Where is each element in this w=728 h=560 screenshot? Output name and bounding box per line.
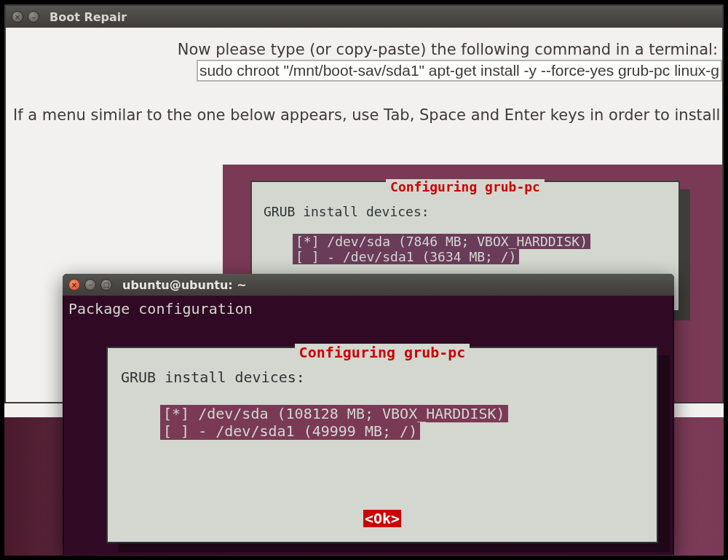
terminal-window: × – □ ubuntu@ubuntu: ~ Package configura… (63, 274, 674, 555)
boot-repair-titlebar[interactable]: × – Boot Repair (6, 6, 722, 28)
terminal-body[interactable]: Package configuration Configuring grub-p… (63, 296, 674, 555)
illustration-devices: [*] /dev/sda (7846 MB; VBOX_HARDDISK) [ … (293, 234, 667, 264)
boot-repair-command-row: sudo chroot "/mnt/boot-sav/sda1" apt-get… (6, 60, 722, 82)
terminal-dialog-devices[interactable]: [*] /dev/sda (108128 MB; VBOX_HARDDISK) … (160, 405, 644, 440)
boot-repair-tab-hint: If a menu similar to the one below appea… (6, 106, 722, 124)
minimize-icon[interactable]: – (84, 279, 96, 291)
terminal-dialog-title-wrap: Configuring grub-pc (108, 344, 657, 361)
illustration-title-wrap: Configuring grub-pc (252, 179, 678, 194)
close-icon[interactable]: × (12, 11, 23, 23)
terminal-ok-wrap: <Ok> (108, 510, 657, 527)
terminal-titlebar[interactable]: × – □ ubuntu@ubuntu: ~ (63, 274, 674, 296)
illustration-device-sda: [*] /dev/sda (7846 MB; VBOX_HARDDISK) (293, 234, 590, 249)
ok-button[interactable]: <Ok> (363, 510, 401, 527)
terminal-dialog-title: Configuring grub-pc (295, 344, 470, 361)
terminal-package-config-label: Package configuration (64, 296, 673, 318)
illustration-title: Configuring grub-pc (386, 179, 545, 194)
boot-repair-instruction: Now please type (or copy-paste) the foll… (6, 41, 722, 58)
illustration-label: GRUB install devices: (264, 204, 667, 219)
device-option-sda1[interactable]: [ ] - /dev/sda1 (49999 MB; /) (160, 422, 420, 440)
illustration-device-sda1: [ ] - /dev/sda1 (3634 MB; /) (293, 249, 519, 264)
terminal-dialog: Configuring grub-pc GRUB install devices… (106, 347, 658, 543)
terminal-dialog-label: GRUB install devices: (121, 368, 644, 386)
boot-repair-title: Boot Repair (50, 10, 127, 24)
terminal-title: ubuntu@ubuntu: ~ (122, 278, 247, 292)
device-option-sda[interactable]: [*] /dev/sda (108128 MB; VBOX_HARDDISK) (160, 405, 508, 422)
boot-repair-command-input[interactable]: sudo chroot "/mnt/boot-sav/sda1" apt-get… (197, 60, 722, 82)
maximize-icon[interactable]: □ (100, 279, 112, 291)
close-icon[interactable]: × (68, 279, 80, 291)
minimize-icon[interactable]: – (28, 11, 39, 23)
